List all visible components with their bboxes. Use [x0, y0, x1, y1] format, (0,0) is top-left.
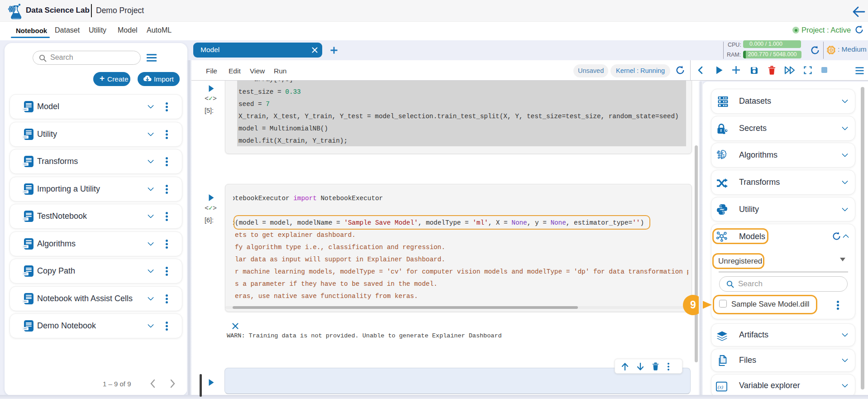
svg-text:(x): (x) — [718, 384, 724, 390]
